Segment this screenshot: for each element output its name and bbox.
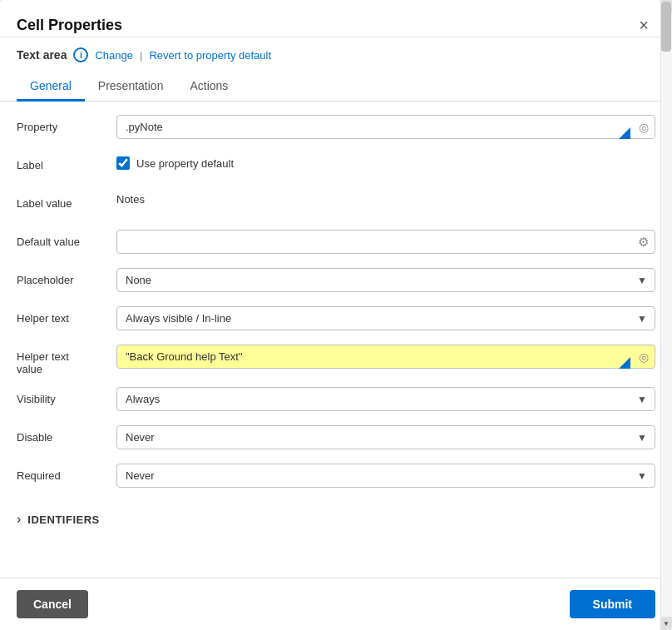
label-value-control: Notes: [116, 191, 655, 206]
submit-button[interactable]: Submit: [570, 590, 655, 618]
label-row: Label Use property default: [17, 153, 655, 180]
required-control: Never ▼: [116, 464, 655, 488]
subheader: Text area i Change | Revert to property …: [0, 37, 672, 62]
placeholder-row: Placeholder None ▼: [17, 268, 655, 295]
tab-general[interactable]: General: [17, 72, 85, 102]
required-select[interactable]: Never: [116, 464, 655, 488]
property-row: Property ◎: [17, 115, 655, 141]
visibility-select[interactable]: Always: [116, 387, 655, 411]
widget-type-label: Text area: [17, 48, 67, 62]
property-label: Property: [17, 115, 116, 133]
dialog-title: Cell Properties: [17, 17, 122, 34]
identifiers-chevron-icon: ›: [17, 512, 21, 527]
dialog-footer: Cancel Submit: [0, 578, 672, 630]
helper-text-row: Helper text Always visible / In-line ▼: [17, 306, 655, 333]
default-value-gear-icon: ⚙: [638, 235, 649, 250]
label-field-label: Label: [17, 153, 116, 171]
dialog-body: Property ◎ Label Use property default La…: [0, 102, 672, 578]
tab-actions[interactable]: Actions: [176, 72, 241, 102]
helper-text-select[interactable]: Always visible / In-line: [116, 306, 655, 330]
use-property-default-label: Use property default: [136, 157, 234, 170]
helper-text-label: Helper text: [17, 306, 116, 325]
identifiers-label: IDENTIFIERS: [27, 513, 99, 526]
info-icon: i: [73, 47, 88, 62]
disable-control: Never ▼: [116, 425, 655, 449]
required-row: Required Never ▼: [17, 464, 655, 490]
property-input[interactable]: [116, 115, 655, 139]
dialog-header: Cell Properties ×: [0, 0, 672, 37]
scrollbar[interactable]: ▲ ▼: [660, 0, 672, 630]
close-button[interactable]: ×: [632, 13, 655, 37]
helper-text-value-row: Helper text value ◎: [17, 345, 655, 375]
default-value-control: ⚙: [116, 230, 655, 254]
scrollbar-down-arrow[interactable]: ▼: [660, 617, 672, 630]
revert-link[interactable]: Revert to property default: [149, 49, 271, 62]
required-label: Required: [17, 464, 116, 482]
visibility-control: Always ▼: [116, 387, 655, 411]
label-value-row: Label value Notes: [17, 191, 655, 218]
cell-properties-dialog: ▲ ▼ Cell Properties × Text area i Change…: [0, 0, 672, 630]
use-property-default-checkbox[interactable]: [116, 156, 130, 170]
identifiers-section[interactable]: › IDENTIFIERS: [17, 502, 655, 530]
tabs-bar: General Presentation Actions: [0, 66, 672, 102]
label-value-label: Label value: [17, 191, 116, 210]
label-value-text: Notes: [116, 187, 145, 206]
helper-text-value-input[interactable]: [116, 345, 655, 369]
property-target-icon: ◎: [639, 121, 649, 134]
default-value-row: Default value ⚙: [17, 230, 655, 256]
default-value-label: Default value: [17, 230, 116, 248]
placeholder-label: Placeholder: [17, 268, 116, 286]
helper-text-value-triangle-icon: [619, 357, 630, 369]
helper-text-value-control: ◎: [116, 345, 655, 369]
helper-text-control: Always visible / In-line ▼: [116, 306, 655, 330]
tab-presentation[interactable]: Presentation: [85, 72, 177, 102]
helper-text-value-target-icon: ◎: [639, 350, 649, 364]
use-property-default-row: Use property default: [116, 153, 655, 170]
disable-row: Disable Never ▼: [17, 425, 655, 452]
label-control: Use property default: [116, 153, 655, 170]
disable-label: Disable: [17, 425, 116, 444]
helper-text-value-label: Helper text value: [17, 345, 116, 375]
change-link[interactable]: Change: [95, 49, 133, 62]
placeholder-control: None ▼: [116, 268, 655, 292]
visibility-row: Visibility Always ▼: [17, 387, 655, 414]
scrollbar-thumb[interactable]: [661, 2, 671, 52]
disable-select[interactable]: Never: [116, 425, 655, 449]
visibility-label: Visibility: [17, 387, 116, 405]
cancel-button[interactable]: Cancel: [17, 590, 88, 618]
default-value-input[interactable]: [116, 230, 655, 254]
property-control: ◎: [116, 115, 655, 139]
separator: |: [140, 49, 142, 62]
property-triangle-icon: [619, 127, 630, 139]
placeholder-select[interactable]: None: [116, 268, 655, 292]
